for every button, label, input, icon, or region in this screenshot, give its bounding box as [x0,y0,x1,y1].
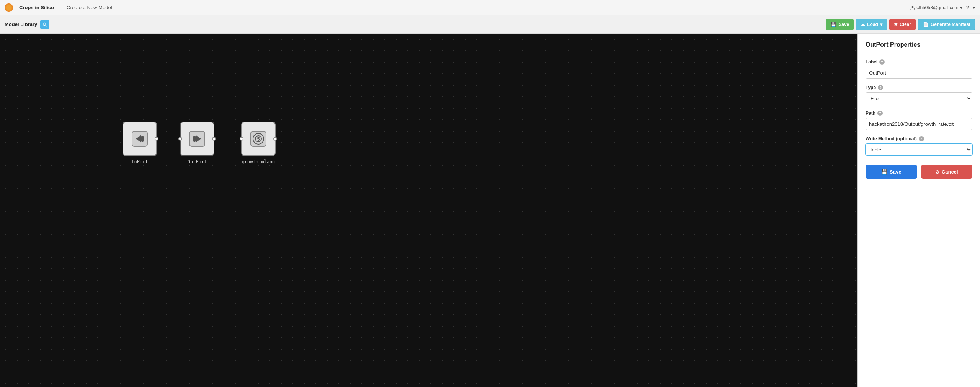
search-icon [42,22,47,27]
top-nav: Crops in Silico Create a New Model cfh50… [0,0,980,15]
save-button[interactable]: 💾 Save [826,19,854,30]
app-name: Crops in Silico [19,5,54,10]
user-email[interactable]: cfh5058@gmail.com ▾ [910,5,962,10]
leaf-icon [5,3,13,12]
toolbar-row: Model Library 💾 Save ☁ Load ▾ ✖ Clear 📄 … [0,15,980,34]
load-dropdown-icon: ▾ [880,22,882,27]
toolbar-right: 💾 Save ☁ Load ▾ ✖ Clear 📄 Generate Manif… [826,19,975,30]
nav-separator [60,4,60,11]
svg-point-1 [43,23,46,25]
manifest-icon: 📄 [923,22,929,27]
load-button[interactable]: ☁ Load ▾ [856,19,887,30]
clear-button[interactable]: ✖ Clear [889,19,916,30]
breadcrumb: Create a New Model [67,5,112,10]
help-button[interactable]: ? [966,5,969,10]
clear-icon: ✖ [894,22,898,27]
save-icon: 💾 [831,22,836,27]
upload-icon: ☁ [861,22,865,27]
svg-line-2 [46,25,47,26]
model-library-label: Model Library [5,21,37,27]
nav-right: cfh5058@gmail.com ▾ ? ▾ [910,5,975,10]
settings-dropdown[interactable]: ▾ [973,5,975,10]
generate-manifest-button[interactable]: 📄 Generate Manifest [918,19,975,30]
user-icon [910,5,915,10]
search-button[interactable] [40,20,49,29]
